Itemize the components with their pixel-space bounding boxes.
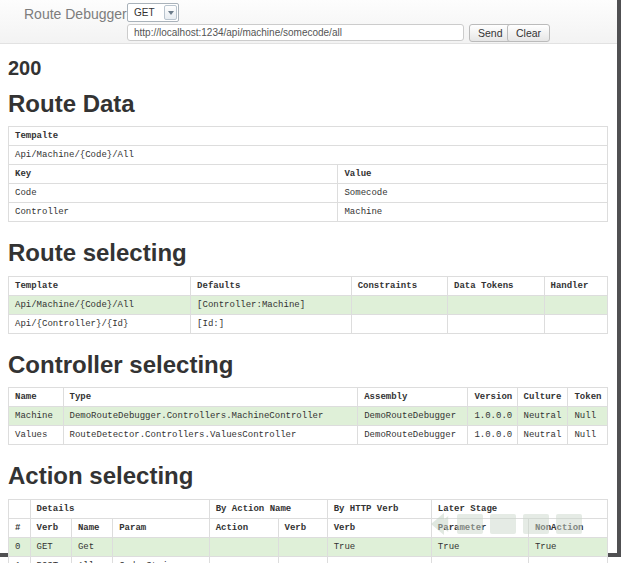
column-header: NonAction — [528, 518, 607, 537]
table-cell — [327, 556, 431, 563]
table-cell: 0 — [9, 537, 31, 556]
column-header: Type — [63, 388, 358, 407]
table-cell — [351, 314, 447, 333]
table-cell: Neutral — [517, 407, 568, 426]
top-navbar: Route Debugger GET Send Clear — [0, 0, 617, 44]
route-selecting-table: Template Defaults Constraints Data Token… — [8, 276, 608, 334]
http-method-select[interactable]: GET — [127, 3, 179, 22]
table-cell: 1.0.0.0 — [468, 426, 517, 445]
controller-selecting-table: Name Type Assembly Version Culture Token… — [8, 387, 608, 445]
chevron-down-icon[interactable] — [164, 5, 177, 20]
column-header: Verb — [30, 518, 71, 537]
table-header-row: Name Type Assembly Version Culture Token — [9, 388, 608, 407]
table-row: Api/Machine/{Code}/All — [9, 146, 608, 165]
table-cell: DemoRouteDebugger — [358, 426, 468, 445]
table-cell: DemoRouteDebugger — [358, 407, 468, 426]
table-cell — [528, 556, 607, 563]
http-method-value: GET — [134, 7, 155, 18]
column-header: Name — [9, 388, 64, 407]
column-header: Handler — [544, 276, 608, 295]
table-group-header-row: Details By Action Name By HTTP Verb Late… — [9, 499, 608, 518]
group-header: Details — [30, 499, 209, 518]
controller-selecting-heading: Controller selecting — [8, 352, 608, 378]
table-cell: 1.0.0.0 — [468, 407, 517, 426]
route-data-table: Tempalte Api/Machine/{Code}/All Key Valu… — [8, 126, 608, 222]
table-row: Api/Machine/{Code}/All[Controller:Machin… — [9, 295, 608, 314]
table-cell: GET — [30, 537, 71, 556]
table-cell — [544, 295, 608, 314]
action-selecting-table: Details By Action Name By HTTP Verb Late… — [8, 499, 608, 563]
group-header: By Action Name — [209, 499, 327, 518]
table-header-row: Template Defaults Constraints Data Token… — [9, 276, 608, 295]
table-cell: Neutral — [517, 426, 568, 445]
table-cell: Api/Machine/{Code}/All — [9, 295, 191, 314]
column-header: Key — [9, 165, 338, 184]
table-cell — [431, 556, 528, 563]
column-header: Template — [9, 276, 191, 295]
table-cell: True — [528, 537, 607, 556]
url-input[interactable] — [127, 24, 464, 41]
table-cell: Somecode — [338, 184, 608, 203]
table-cell: Api/{Controller}/{Id} — [9, 314, 191, 333]
table-row: 0GETGetTrueTrueTrue — [9, 537, 608, 556]
column-header: Parameter — [431, 518, 528, 537]
table-cell — [278, 537, 327, 556]
group-header: By HTTP Verb — [327, 499, 431, 518]
table-row: Api/{Controller}/{Id}[Id:] — [9, 314, 608, 333]
main-content: 200 Route Data Tempalte Api/Machine/{Cod… — [0, 44, 617, 563]
table-cell: Values — [9, 426, 64, 445]
column-header: Verb — [327, 518, 431, 537]
clear-button[interactable]: Clear — [507, 24, 550, 42]
table-cell: Controller — [9, 203, 338, 222]
table-row: Tempalte — [9, 127, 608, 146]
column-header: Constraints — [351, 276, 447, 295]
table-cell — [209, 556, 278, 563]
send-button[interactable]: Send — [469, 24, 512, 42]
route-selecting-heading: Route selecting — [8, 240, 608, 266]
table-cell: Code — [9, 184, 338, 203]
route-data-heading: Route Data — [8, 91, 608, 117]
table-cell — [544, 314, 608, 333]
table-cell: DemoRouteDebugger.Controllers.MachineCon… — [63, 407, 358, 426]
table-cell — [448, 314, 544, 333]
column-header: Defaults — [191, 276, 352, 295]
column-header: Version — [468, 388, 517, 407]
column-header: Culture — [517, 388, 568, 407]
table-cell: Machine — [338, 203, 608, 222]
table-row: ValuesRouteDetector.Controllers.ValuesCo… — [9, 426, 608, 445]
table-cell — [278, 556, 327, 563]
table-cell: RouteDetector.Controllers.ValuesControll… — [63, 426, 358, 445]
column-header: Action — [209, 518, 278, 537]
table-cell — [209, 537, 278, 556]
table-row: MachineDemoRouteDebugger.Controllers.Mac… — [9, 407, 608, 426]
table-row: 1POSTAllCode:String — [9, 556, 608, 563]
table-cell — [113, 537, 209, 556]
table-cell — [448, 295, 544, 314]
table-cell: Code:String — [113, 556, 209, 563]
table-row: ControllerMachine — [9, 203, 608, 222]
table-cell: Null — [568, 407, 608, 426]
column-header: # — [9, 518, 31, 537]
group-header: Later Stage — [431, 499, 607, 518]
table-cell: Get — [71, 537, 112, 556]
table-cell: [Id:] — [191, 314, 352, 333]
table-cell — [351, 295, 447, 314]
column-header: Param — [113, 518, 209, 537]
column-header: Value — [338, 165, 608, 184]
table-cell: 1 — [9, 556, 31, 563]
template-label-cell: Tempalte — [9, 127, 608, 146]
app-brand: Route Debugger — [24, 6, 127, 22]
table-cell: True — [327, 537, 431, 556]
table-cell: All — [71, 556, 112, 563]
status-code: 200 — [8, 57, 608, 80]
column-header: Verb — [278, 518, 327, 537]
table-row: CodeSomecode — [9, 184, 608, 203]
route-debugger-window: Route Debugger GET Send Clear 200 Route … — [0, 0, 621, 557]
table-cell: [Controller:Machine] — [191, 295, 352, 314]
table-cell: POST — [30, 556, 71, 563]
table-cell: Null — [568, 426, 608, 445]
column-header: Name — [71, 518, 112, 537]
template-value-cell: Api/Machine/{Code}/All — [9, 146, 608, 165]
action-selecting-heading: Action selecting — [8, 463, 608, 489]
group-header — [9, 499, 31, 518]
